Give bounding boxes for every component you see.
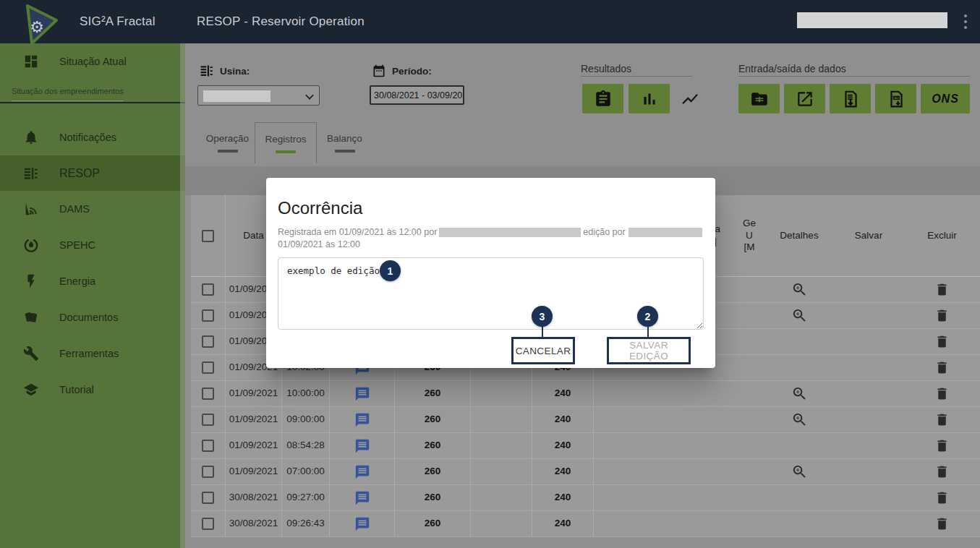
sidebar-item-documentos[interactable]: Documentos [0,299,185,335]
row-checkbox[interactable] [202,440,214,452]
trash-icon[interactable] [934,412,950,427]
trash-icon[interactable] [934,360,950,375]
export-button[interactable] [784,84,825,114]
zoom-in-icon[interactable] [791,281,808,298]
dialog-subtitle: Registrada em 01/09/2021 às 12:00 poredi… [278,226,706,251]
row-checkbox[interactable] [202,309,214,322]
cell-time: 07:00:00 [282,459,330,484]
ons-logo: ONS [932,93,959,106]
cell-frag-a [697,511,733,536]
zoom-in-icon[interactable] [791,411,808,428]
cell-frag-b [733,485,765,510]
cell-empty-2 [594,407,697,432]
ons-button[interactable]: ONS [921,84,970,114]
trash-icon[interactable] [934,282,950,297]
trash-icon[interactable] [934,386,950,401]
comment-icon[interactable] [354,464,370,480]
cell-empty-1 [471,511,532,536]
cell-salvar [833,277,904,302]
row-checkbox[interactable] [202,414,214,426]
cell-frag-a [697,381,733,406]
sidebar-item-spehc[interactable]: SPEHC [0,227,185,263]
annotation-connector-2 [647,326,649,338]
folder-data-button[interactable] [738,84,780,114]
kebab-menu-icon[interactable] [959,12,972,32]
cell-frag-b [733,329,765,354]
cell-frag-b [733,277,765,302]
row-checkbox[interactable] [202,335,214,348]
trash-icon[interactable] [934,334,950,349]
module-title: RESOP - Reservoir Operation [197,0,365,43]
usina-select[interactable] [197,85,320,106]
comment-icon[interactable] [354,516,370,532]
sidebar-item-label: Tutorial [59,384,94,395]
cell-frag-b [733,433,765,458]
cancel-button[interactable]: CANCELAR [514,339,573,362]
row-checkbox[interactable] [202,283,214,296]
periodo-label-row: Período: [372,64,432,78]
zoom-in-icon[interactable] [791,385,808,402]
col-header-detalhes: Detalhes [765,195,833,276]
sidebar-item-label: Documentos [59,312,118,323]
table-row: 01/09/2021 07:00:00 260 240 [191,459,980,485]
bar-chart-button[interactable] [629,84,670,114]
cell-date: 01/09/2021 [226,381,282,406]
periodo-label: Período: [392,66,432,77]
zoom-in-icon[interactable] [791,463,808,480]
row-checkbox[interactable] [202,492,214,504]
sidebar-item-energia[interactable]: Energia [0,263,185,299]
line-chart-button[interactable] [674,88,706,110]
trash-icon[interactable] [934,516,950,531]
sidebar-item-tutorial[interactable]: Tutorial [0,372,185,408]
cell-salvar [833,407,904,432]
file-download-icon [841,90,860,108]
row-checkbox[interactable] [202,466,214,478]
save-edit-button[interactable]: SALVAR EDIÇÃO [609,339,689,362]
cell-date: 01/09/2021 [226,433,282,458]
folder-table-icon [750,90,769,108]
cell-empty-1 [471,459,532,484]
sidebar-item-dams[interactable]: DAMS [0,191,185,227]
cell-value-2: 240 [532,485,594,510]
ocorrencia-dialog: Ocorrência Registrada em 01/09/2021 às 1… [266,178,715,368]
sidebar-scrollbar[interactable] [180,43,185,548]
sidebar-nav: Situação Atual Situação dos empreendimen… [0,43,185,548]
zoom-in-icon[interactable] [791,307,808,324]
select-all-checkbox[interactable] [202,230,214,242]
io-title: Entrada/saída de dados [738,63,846,74]
dialog-title: Ocorrência [278,198,362,218]
sidebar-item-situacao-atual[interactable]: Situação Atual [0,43,185,80]
periodo-input[interactable]: 30/08/2021 - 03/09/2021 [370,85,464,105]
plant-icon [200,64,214,78]
trash-icon[interactable] [934,438,950,453]
row-checkbox[interactable] [202,518,214,530]
comment-icon[interactable] [354,412,370,428]
tab-balanco[interactable]: Balanço [318,124,371,160]
comment-icon[interactable] [354,490,370,506]
cell-frag-b [733,381,765,406]
report-button[interactable] [582,84,623,114]
download-file-button[interactable] [830,84,871,114]
comment-icon[interactable] [354,386,370,402]
sidebar-item-resop[interactable]: RESOP [0,155,185,191]
tab-indicator [335,150,355,153]
cell-time: 10:00:00 [282,381,330,406]
row-checkbox[interactable] [202,388,214,400]
row-checkbox[interactable] [202,361,214,374]
tab-operacao[interactable]: Operação [201,124,254,160]
tab-registros[interactable]: Registros [255,122,317,163]
school-icon [23,382,39,398]
table-row: 01/09/2021 08:54:28 260 240 [191,433,980,459]
line-chart-icon [678,90,702,108]
trash-icon[interactable] [934,308,950,323]
trash-icon[interactable] [934,490,950,505]
col-header-frag-b: Ge U [M [733,195,765,276]
redacted-editor [629,228,702,237]
download-calc-button[interactable]: CALC [875,84,916,114]
sidebar-item-notificacoes[interactable]: Notificações [0,119,185,155]
sidebar-item-ferramentas[interactable]: Ferramentas [0,335,185,372]
cell-empty-2 [594,381,697,406]
trash-icon[interactable] [934,464,950,479]
comment-icon[interactable] [354,438,370,454]
redacted-author [439,228,581,237]
